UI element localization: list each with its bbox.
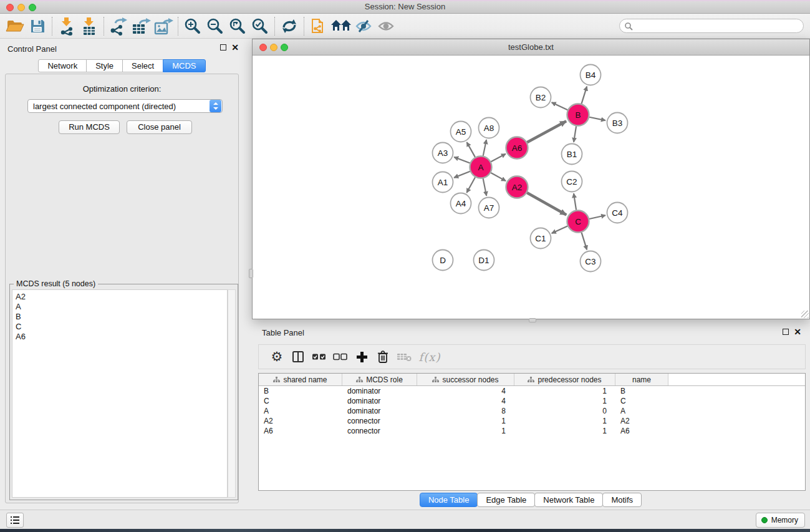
function-builder-icon[interactable]: f(x) [415,347,445,367]
table-cell: 1 [514,397,615,405]
node-D1[interactable]: D1 [474,250,494,271]
table-cell: A [259,407,342,415]
node-A4[interactable]: A4 [451,193,471,214]
mcds-result-item[interactable]: B [16,312,227,322]
run-mcds-button[interactable]: Run MCDS [59,120,120,134]
node-B4[interactable]: B4 [581,65,601,85]
deselect-all-icon[interactable] [330,347,351,367]
edge-A-A5 [467,142,475,157]
node-A5[interactable]: A5 [451,122,471,142]
tab-mcds[interactable]: MCDS [163,59,205,72]
criterion-select[interactable]: largest connected component (directed) [27,99,223,113]
edge-A6-B [527,121,566,142]
table-row[interactable]: Cdominator41C [259,396,805,406]
node-C1[interactable]: C1 [531,228,551,249]
import-network-icon[interactable] [55,16,78,37]
settings-gear-icon[interactable]: ⚙ [266,347,287,367]
save-session-icon[interactable] [26,16,49,37]
table-row[interactable]: Bdominator41B [259,386,805,396]
memory-button[interactable]: Memory [756,513,805,528]
svg-text:A4: A4 [456,199,466,208]
table-row[interactable]: A6connector11A6 [259,426,805,436]
export-table-icon[interactable] [130,16,152,37]
export-image-icon[interactable] [152,16,175,37]
node-B[interactable]: B [567,104,589,126]
node-C2[interactable]: C2 [562,172,582,192]
node-A6[interactable]: A6 [506,137,528,159]
node-A3[interactable]: A3 [433,143,453,163]
mcds-result-item[interactable]: A [16,302,227,312]
zoom-fit-icon[interactable] [226,16,249,37]
delete-table-icon[interactable] [393,347,415,367]
mcds-result-item[interactable]: A2 [16,292,227,302]
tab-select[interactable]: Select [122,59,163,72]
tab-edge-table[interactable]: Edge Table [477,493,535,507]
status-bar: Memory [0,510,810,529]
tab-network[interactable]: Network [38,59,87,72]
new-document-network-icon[interactable] [307,16,330,37]
table-row[interactable]: Adominator80A [259,406,805,416]
delete-column-icon[interactable] [372,347,393,367]
float-panel-icon[interactable] [220,44,226,51]
horizontal-scroll-indicator[interactable] [529,318,536,322]
node-C4[interactable]: C4 [607,203,628,223]
column-header-MCDS-role[interactable]: MCDS role [342,374,417,385]
node-B3[interactable]: B3 [607,113,628,133]
node-B1[interactable]: B1 [562,144,582,165]
close-table-panel-icon[interactable]: ✕ [794,329,801,335]
close-panel-button[interactable]: Close panel [127,120,192,134]
toggle-column-icon[interactable] [287,347,309,367]
table-row[interactable]: A2connector11A2 [259,416,805,426]
table-cell: 1 [417,417,514,425]
node-A2[interactable]: A2 [506,177,528,198]
mcds-result-item[interactable]: A6 [16,332,227,342]
result-list-scrollbar[interactable] [228,289,236,498]
node-B2[interactable]: B2 [531,87,551,108]
node-D[interactable]: D [433,250,453,271]
search-field[interactable] [619,19,804,33]
zoom-out-icon[interactable] [204,16,226,37]
edge-B-B4 [582,87,587,104]
network-canvas[interactable]: B4B2BB3A5A8A6A3AB1A1A2C2A4A7C4CC1DD1C3 [253,56,809,319]
mcds-result-item[interactable]: C [16,322,227,332]
tab-style[interactable]: Style [86,59,123,72]
column-header-predecessor-nodes[interactable]: predecessor nodes [514,374,615,385]
node-table: shared nameMCDS rolesuccessor nodesprede… [258,373,806,491]
table-panel-title: Table Panel [262,328,304,337]
tab-node-table[interactable]: Node Table [420,493,478,507]
resize-grip[interactable] [801,311,809,318]
node-A1[interactable]: A1 [433,172,453,193]
network-window-titlebar[interactable]: testGlobe.txt [253,39,809,56]
zoom-in-icon[interactable] [181,16,204,37]
tab-network-table[interactable]: Network Table [534,493,603,507]
hide-eye-icon[interactable] [352,16,375,37]
close-panel-icon[interactable]: ✕ [231,44,239,51]
node-A[interactable]: A [470,157,492,178]
task-history-button[interactable] [6,513,24,528]
zoom-selected-icon[interactable] [249,16,271,37]
refresh-icon[interactable] [278,16,301,37]
node-A8[interactable]: A8 [479,118,499,138]
select-all-icon[interactable] [309,347,330,367]
column-header-shared-name[interactable]: shared name [259,374,342,385]
column-header-name[interactable]: name [615,374,668,385]
open-session-icon[interactable] [4,16,26,37]
export-network-icon[interactable] [107,16,130,37]
import-table-icon[interactable] [78,16,100,37]
float-table-panel-icon[interactable] [783,329,789,335]
show-eye-icon[interactable] [375,16,397,37]
node-A7[interactable]: A7 [479,198,499,218]
add-column-icon[interactable] [351,347,372,367]
vertical-scroll-indicator[interactable] [249,269,253,278]
node-C[interactable]: C [567,211,589,233]
column-header-successor-nodes[interactable]: successor nodes [417,374,514,385]
edge-C-C2 [574,193,576,210]
mcds-result-list[interactable]: A2ABCA6 [12,289,228,498]
node-C3[interactable]: C3 [581,251,601,272]
svg-text:A: A [478,163,483,172]
home-icon[interactable] [330,16,352,37]
table-cell: 1 [417,427,514,435]
tab-motifs[interactable]: Motifs [602,493,642,507]
control-panel-title: Control Panel [7,44,57,54]
search-input[interactable] [635,21,803,32]
